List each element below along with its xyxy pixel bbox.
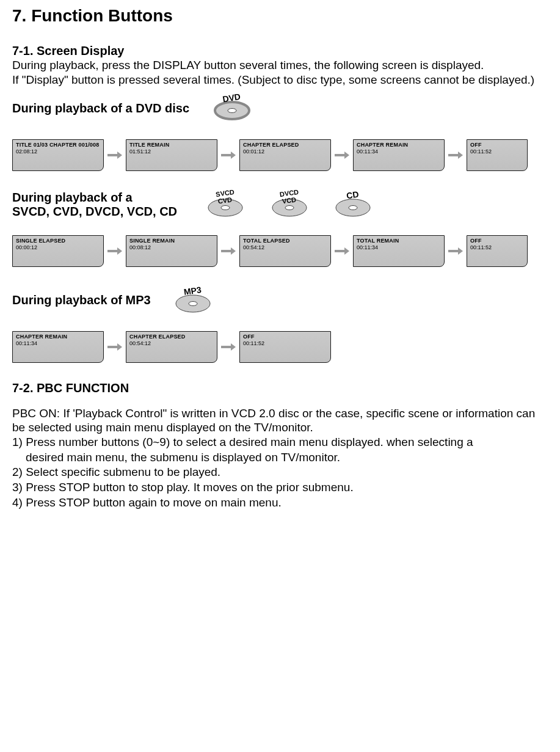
pbc-step-1a: 1) Press number buttons (0~9) to select … — [12, 435, 548, 450]
svg-point-13 — [221, 205, 230, 210]
flow-box: OFF 00:11:52 — [467, 139, 528, 171]
section-7-1-para2: If "Display" button is pressed several t… — [12, 73, 548, 87]
flow-box-time: 00:11:34 — [16, 340, 100, 346]
flow-box-title: SINGLE ELAPSED — [16, 238, 100, 244]
dvcd-disc-icon: DVCD VCD — [268, 189, 311, 220]
arrow-icon — [333, 149, 351, 161]
arrow-icon — [106, 341, 123, 353]
flow-box-time: 02:08:12 — [16, 148, 100, 155]
flow-box-title: OFF — [470, 238, 524, 244]
svg-marker-37 — [231, 343, 236, 351]
flow-box: OFF 00:11:52 — [239, 331, 331, 363]
flow-box: OFF 00:11:52 — [467, 235, 528, 267]
svg-rect-27 — [335, 250, 344, 252]
svg-rect-4 — [107, 154, 117, 156]
flow-box-time: 00:11:34 — [357, 244, 441, 250]
arrow-icon — [220, 341, 237, 353]
svcd-disc-icon: SVCD CVD — [204, 189, 247, 220]
arrow-icon — [220, 245, 237, 257]
svg-rect-29 — [448, 250, 458, 252]
mp3-flow-row: CHAPTER REMAIN 00:11:34 CHAPTER ELAPSED … — [12, 331, 548, 363]
pbc-step-1b: desired main menu, the submenu is displa… — [12, 450, 548, 465]
flow-box: CHAPTER ELAPSED 00:54:12 — [126, 331, 217, 363]
flow-box: TOTAL ELAPSED 00:54:12 — [239, 235, 331, 267]
pbc-step-2: 2) Select specific submenu to be played. — [12, 465, 548, 480]
svg-rect-34 — [107, 346, 117, 348]
svg-marker-24 — [117, 247, 122, 255]
pbc-step-3: 3) Press STOP button to stop play. It mo… — [12, 480, 548, 495]
flow-box-title: CHAPTER ELAPSED — [129, 334, 214, 340]
mp3-playback-label: During playback of MP3 — [12, 293, 151, 307]
flow-box-title: TITLE 01/03 CHAPTER 001/008 — [16, 142, 100, 148]
flow-box-time: 00:54:12 — [243, 244, 327, 250]
svg-point-32 — [189, 301, 197, 305]
pbc-step-4: 4) Press STOP button again to move on ma… — [12, 495, 548, 511]
dvd-flow-row: TITLE 01/03 CHAPTER 001/008 02:08:12 TIT… — [12, 139, 548, 171]
flow-box: SINGLE REMAIN 00:08:12 — [126, 235, 217, 267]
arrow-icon — [447, 245, 464, 257]
svg-point-2 — [228, 108, 236, 112]
svg-rect-25 — [221, 250, 231, 252]
arrow-icon — [447, 149, 464, 161]
arrow-icon — [220, 149, 237, 161]
arrow-icon — [333, 245, 351, 257]
section-7-2-heading: 7-2. PBC FUNCTION — [12, 381, 548, 395]
flow-box-title: CHAPTER REMAIN — [357, 142, 441, 148]
svg-rect-23 — [107, 250, 117, 252]
svg-marker-5 — [117, 151, 122, 159]
flow-box-title: OFF — [470, 142, 524, 148]
flow-box: CHAPTER ELAPSED 00:01:12 — [239, 139, 331, 171]
svg-rect-36 — [221, 346, 231, 348]
flow-box: CHAPTER REMAIN 00:11:34 — [12, 331, 104, 363]
flow-box-time: 00:00:12 — [16, 244, 100, 250]
section-7-1-para1: During playback, press the DISPLAY butto… — [12, 58, 548, 73]
svg-marker-26 — [231, 247, 236, 255]
page-title: 7. Function Buttons — [12, 6, 548, 26]
svg-rect-6 — [221, 154, 231, 156]
section-7-1-heading: 7-1. Screen Display — [12, 44, 548, 58]
flow-box-time: 00:01:12 — [243, 148, 327, 155]
flow-box: TITLE REMAIN 01:51:12 — [126, 139, 217, 171]
cd-disc-icon: CD — [332, 189, 374, 220]
flow-box-title: SINGLE REMAIN — [129, 238, 214, 244]
svcd-playback-label-2: SVCD, CVD, DVCD, VCD, CD — [12, 205, 177, 219]
flow-box-time: 00:11:34 — [357, 148, 441, 155]
svg-text:MP3: MP3 — [183, 285, 202, 297]
flow-box: CHAPTER REMAIN 00:11:34 — [353, 139, 445, 171]
svcd-playback-label-1: During playback of a — [12, 191, 177, 205]
svg-marker-11 — [458, 151, 463, 159]
pbc-intro: PBC ON: If 'Playback Control" is written… — [12, 406, 548, 436]
flow-box-time: 00:11:52 — [470, 148, 524, 155]
dvd-playback-label: During playback of a DVD disc — [12, 101, 189, 115]
arrow-icon — [106, 149, 123, 161]
svg-marker-28 — [344, 247, 349, 255]
flow-box-title: TOTAL ELAPSED — [243, 238, 327, 244]
svg-rect-8 — [335, 154, 344, 156]
flow-box-title: CHAPTER REMAIN — [16, 334, 100, 340]
svg-text:CD: CD — [346, 189, 360, 200]
dvd-disc-icon: DVD — [211, 93, 253, 124]
flow-box: SINGLE ELAPSED 00:00:12 — [12, 235, 104, 267]
flow-box-title: OFF — [243, 334, 327, 340]
arrow-icon — [106, 245, 123, 257]
svg-marker-30 — [458, 247, 463, 255]
flow-box-time: 00:54:12 — [129, 340, 214, 346]
svg-rect-10 — [448, 154, 458, 156]
flow-box-title: TOTAL REMAIN — [357, 238, 441, 244]
svg-marker-9 — [344, 151, 349, 159]
mp3-disc-icon: MP3 — [172, 285, 214, 316]
svg-marker-35 — [117, 343, 122, 351]
svg-marker-7 — [231, 151, 236, 159]
flow-box-time: 01:51:12 — [129, 148, 214, 155]
flow-box: TITLE 01/03 CHAPTER 001/008 02:08:12 — [12, 139, 104, 171]
flow-box-time: 00:11:52 — [243, 340, 327, 346]
flow-box: TOTAL REMAIN 00:11:34 — [353, 235, 445, 267]
flow-box-time: 00:08:12 — [129, 244, 214, 250]
svg-point-17 — [285, 205, 294, 210]
flow-box-title: TITLE REMAIN — [129, 142, 214, 148]
flow-box-time: 00:11:52 — [470, 244, 524, 250]
svcd-flow-row: SINGLE ELAPSED 00:00:12 SINGLE REMAIN 00… — [12, 235, 548, 267]
svg-point-21 — [349, 205, 357, 210]
flow-box-title: CHAPTER ELAPSED — [243, 142, 327, 148]
